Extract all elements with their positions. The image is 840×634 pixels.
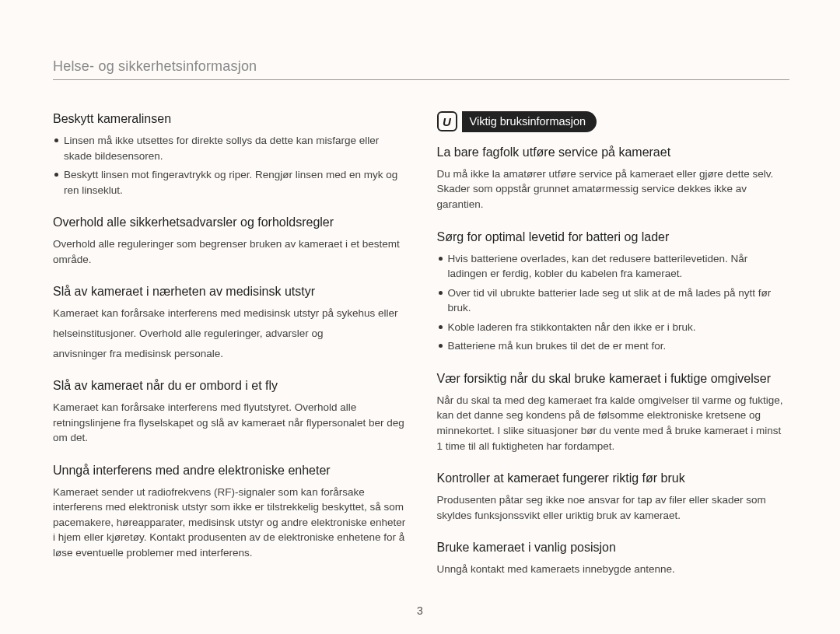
section-heading: La bare fagfolk utføre service på kamera… (437, 145, 790, 160)
note-icon: U (437, 111, 457, 131)
badge-label: Viktig bruksinformasjon (462, 111, 597, 132)
section-aircraft: Slå av kameraet når du er ombord i et fl… (53, 378, 406, 446)
section-heading: Slå av kameraet når du er ombord i et fl… (53, 378, 406, 394)
section-normal-position: Bruke kameraet i vanlig posisjon Unngå k… (437, 540, 790, 577)
bullet-item: Koble laderen fra stikkontakten når den … (437, 320, 790, 335)
section-body: Kameraet kan forårsake interferens med f… (53, 400, 406, 446)
info-badge: U Viktig bruksinformasjon (437, 111, 790, 132)
paragraph: anvisninger fra medisinsk personale. (53, 346, 406, 362)
section-medical-equipment: Slå av kameraet i nærheten av medisinsk … (53, 284, 406, 361)
section-safety-warnings: Overhold alle sikkerhetsadvarsler og for… (53, 215, 406, 267)
section-body: Du må ikke la amatører utføre service på… (437, 166, 790, 212)
section-heading: Beskytt kameralinsen (53, 111, 406, 127)
page-number: 3 (0, 604, 840, 617)
section-body: Overhold alle reguleringer som begrenser… (53, 236, 406, 267)
section-body: Unngå kontakt med kameraets innebygde an… (437, 562, 790, 577)
left-column: Beskytt kameralinsen Linsen må ikke utse… (53, 111, 406, 594)
bullet-item: Over tid vil ubrukte batterier lade seg … (437, 285, 790, 316)
paragraph: Kameraet kan forårsake interferens med m… (53, 306, 406, 321)
bullet-item: Linsen må ikke utsettes for direkte soll… (53, 133, 406, 163)
section-heading: Sørg for optimal levetid for batteri og … (437, 229, 790, 245)
section-body: Produsenten påtar seg ikke noe ansvar fo… (437, 492, 790, 523)
paragraph: helseinstitusjoner. Overhold alle regule… (53, 326, 406, 342)
section-professional-service: La bare fagfolk utføre service på kamera… (437, 145, 790, 212)
section-interference: Unngå interferens med andre elektroniske… (53, 463, 406, 561)
section-humid-environment: Vær forsiktig når du skal bruke kameraet… (437, 371, 790, 454)
section-heading: Vær forsiktig når du skal bruke kameraet… (437, 371, 790, 387)
section-protect-lens: Beskytt kameralinsen Linsen må ikke utse… (53, 111, 406, 198)
content-columns: Beskytt kameralinsen Linsen må ikke utse… (53, 111, 789, 594)
bullet-list: Hvis batteriene overlades, kan det redus… (437, 251, 790, 354)
section-heading: Overhold alle sikkerhetsadvarsler og for… (53, 215, 406, 230)
section-body: Når du skal ta med deg kameraet fra kald… (437, 393, 790, 454)
bullet-item: Beskytt linsen mot fingeravtrykk og ripe… (53, 167, 406, 198)
section-check-before-use: Kontroller at kameraet fungerer riktig f… (437, 471, 790, 523)
section-heading: Unngå interferens med andre elektroniske… (53, 463, 406, 478)
bullet-item: Batteriene må kun brukes til det de er m… (437, 338, 790, 354)
section-battery-life: Sørg for optimal levetid for batteri og … (437, 229, 790, 354)
section-body: Kameraet kan forårsake interferens med m… (53, 306, 406, 361)
section-heading: Bruke kameraet i vanlig posisjon (437, 540, 790, 555)
section-heading: Kontroller at kameraet fungerer riktig f… (437, 471, 790, 486)
right-column: U Viktig bruksinformasjon La bare fagfol… (437, 111, 790, 594)
page-header: Helse- og sikkerhetsinformasjon (53, 58, 789, 80)
section-body: Kameraet sender ut radiofrekvens (RF)-si… (53, 485, 406, 561)
bullet-list: Linsen må ikke utsettes for direkte soll… (53, 133, 406, 198)
section-heading: Slå av kameraet i nærheten av medisinsk … (53, 284, 406, 299)
bullet-item: Hvis batteriene overlades, kan det redus… (437, 251, 790, 282)
